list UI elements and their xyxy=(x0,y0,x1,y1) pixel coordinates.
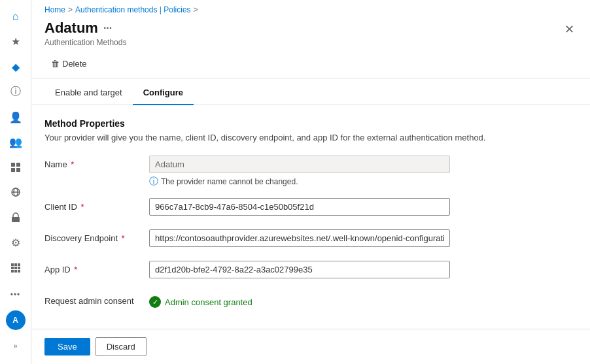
page-subtitle: Authentication Methods xyxy=(44,38,126,47)
form-row-name: Name * ⓘ The provider name cannot be cha… xyxy=(44,156,577,188)
label-discovery-endpoint: Discovery Endpoint * xyxy=(44,229,149,243)
delete-label: Delete xyxy=(62,59,87,69)
svg-rect-8 xyxy=(11,263,14,266)
page-header: Adatum ··· Authentication Methods ✕ xyxy=(31,17,590,52)
sidebar-icon-lock[interactable] xyxy=(3,207,29,229)
delete-button[interactable]: 🗑 Delete xyxy=(44,55,94,73)
section-title: Method Properties xyxy=(44,118,577,129)
sidebar-icon-globe[interactable] xyxy=(3,181,29,203)
discard-button[interactable]: Discard xyxy=(95,337,147,356)
tabs: Enable and target Configure xyxy=(31,81,590,105)
svg-rect-12 xyxy=(14,267,17,269)
consent-granted-status: ✓ Admin consent granted xyxy=(149,292,577,308)
form-row-discovery-endpoint: Discovery Endpoint * xyxy=(44,229,577,250)
label-name: Name * xyxy=(44,156,149,169)
label-app-id: App ID * xyxy=(44,261,149,274)
page-title: Adatum xyxy=(44,20,98,37)
form-row-admin-consent: Request admin consent ✓ Admin consent gr… xyxy=(44,292,577,313)
svg-rect-13 xyxy=(18,267,20,269)
breadcrumb-separator-1: > xyxy=(68,5,73,14)
value-app-id xyxy=(149,261,577,278)
header-more-icon[interactable]: ··· xyxy=(103,22,112,34)
sidebar-icon-info[interactable]: ⓘ xyxy=(3,80,29,103)
breadcrumb: Home > Authentication methods | Policies… xyxy=(31,0,590,17)
sidebar-icon-star[interactable]: ★ xyxy=(3,30,29,52)
sidebar-icon-person[interactable]: 👤 xyxy=(3,106,29,128)
page-title-container: Adatum ··· xyxy=(44,20,126,37)
input-client-id[interactable] xyxy=(149,198,450,216)
name-info-text: The provider name cannot be changed. xyxy=(161,177,298,186)
breadcrumb-middle[interactable]: Authentication methods | Policies xyxy=(75,5,191,14)
sidebar-icon-apps[interactable] xyxy=(3,257,29,279)
sidebar: ⌂ ★ ◆ ⓘ 👤 👥 ⚙ ••• A » xyxy=(0,0,31,364)
svg-rect-9 xyxy=(14,263,17,266)
check-circle-icon: ✓ xyxy=(149,296,161,308)
svg-rect-10 xyxy=(18,263,20,266)
content-area: Method Properties Your provider will giv… xyxy=(31,105,590,329)
close-button[interactable]: ✕ xyxy=(562,20,577,39)
sidebar-expand[interactable]: » xyxy=(3,333,29,359)
toolbar: 🗑 Delete xyxy=(31,52,590,78)
value-client-id xyxy=(149,198,577,216)
breadcrumb-home[interactable]: Home xyxy=(44,5,65,14)
svg-rect-7 xyxy=(12,217,20,222)
sidebar-icon-settings[interactable]: ⚙ xyxy=(3,231,29,254)
tab-configure[interactable]: Configure xyxy=(133,81,194,105)
svg-rect-0 xyxy=(11,163,15,167)
name-info-msg: ⓘ The provider name cannot be changed. xyxy=(149,176,577,188)
delete-icon: 🗑 xyxy=(51,59,60,69)
tab-enable-target[interactable]: Enable and target xyxy=(44,81,133,105)
info-circle-icon: ⓘ xyxy=(149,176,158,188)
sidebar-icon-grid[interactable] xyxy=(3,156,29,178)
svg-rect-3 xyxy=(16,168,20,172)
breadcrumb-separator-2: > xyxy=(194,5,198,14)
svg-rect-16 xyxy=(18,270,20,273)
svg-rect-15 xyxy=(14,270,17,273)
sidebar-avatar[interactable]: A xyxy=(6,310,26,330)
value-discovery-endpoint xyxy=(149,229,577,247)
sidebar-icon-home[interactable]: ⌂ xyxy=(3,5,29,27)
sidebar-icon-people[interactable]: 👥 xyxy=(3,131,29,153)
svg-rect-11 xyxy=(11,267,14,269)
sidebar-icon-more[interactable]: ••• xyxy=(3,282,29,308)
input-discovery-endpoint[interactable] xyxy=(149,229,450,247)
footer: Save Discard xyxy=(31,329,590,364)
sidebar-icon-diamond[interactable]: ◆ xyxy=(3,56,29,78)
page-header-left: Adatum ··· Authentication Methods xyxy=(44,20,126,47)
save-button[interactable]: Save xyxy=(44,338,90,356)
value-admin-consent: ✓ Admin consent granted xyxy=(149,292,577,308)
input-name[interactable] xyxy=(149,156,450,173)
svg-rect-1 xyxy=(16,163,20,167)
input-app-id[interactable] xyxy=(149,261,450,278)
label-client-id: Client ID * xyxy=(44,198,149,212)
main-content: Home > Authentication methods | Policies… xyxy=(31,0,590,364)
form-row-client-id: Client ID * xyxy=(44,198,577,219)
value-name: ⓘ The provider name cannot be changed. xyxy=(149,156,577,188)
label-admin-consent: Request admin consent xyxy=(44,292,149,306)
section-desc: Your provider will give you the name, cl… xyxy=(44,133,577,142)
svg-rect-14 xyxy=(11,270,14,273)
svg-rect-2 xyxy=(11,168,15,172)
form-row-app-id: App ID * xyxy=(44,261,577,282)
consent-granted-text: Admin consent granted xyxy=(165,297,252,307)
